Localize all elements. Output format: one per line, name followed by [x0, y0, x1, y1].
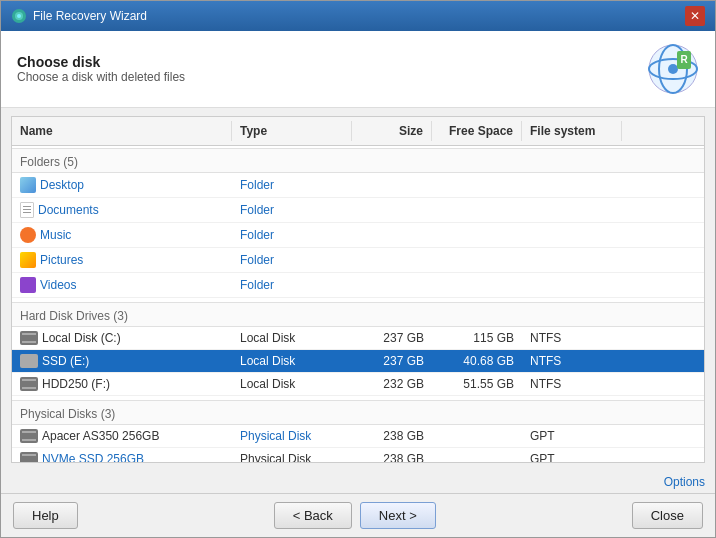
cell-size — [352, 248, 432, 272]
footer: Help < Back Next > Close — [1, 493, 715, 537]
cell-size: 237 GB — [352, 350, 432, 372]
cell-type: Folder — [232, 273, 352, 297]
cell-extra — [622, 350, 642, 372]
item-name-link[interactable]: NVMe SSD 256GB — [42, 452, 144, 462]
section-physical: Physical Disks (3) — [12, 400, 704, 425]
hdd-icon — [20, 354, 38, 368]
cell-extra — [622, 327, 642, 349]
svg-point-6 — [668, 64, 678, 74]
desktop-icon — [20, 177, 36, 193]
svg-text:R: R — [680, 54, 688, 65]
col-type: Type — [232, 121, 352, 141]
cell-free — [432, 198, 522, 222]
title-bar-left: File Recovery Wizard — [11, 8, 147, 24]
hdd-icon — [20, 429, 38, 443]
cell-free — [432, 273, 522, 297]
cell-free — [432, 223, 522, 247]
item-name-link[interactable]: Music — [40, 228, 71, 242]
section-folders: Folders (5) — [12, 148, 704, 173]
table-row[interactable]: HDD250 (F:) Local Disk 232 GB 51.55 GB N… — [12, 373, 704, 396]
cell-size: 238 GB — [352, 425, 432, 447]
cell-size: 238 GB — [352, 448, 432, 462]
table-row[interactable]: Local Disk (C:) Local Disk 237 GB 115 GB… — [12, 327, 704, 350]
cell-fs — [522, 173, 622, 197]
item-name-link[interactable]: Desktop — [40, 178, 84, 192]
cell-free: 115 GB — [432, 327, 522, 349]
docs-icon — [20, 202, 34, 218]
header-text: Choose disk Choose a disk with deleted f… — [17, 54, 185, 84]
cell-name: NVMe SSD 256GB — [12, 448, 232, 462]
item-name: Local Disk (C:) — [42, 331, 121, 345]
cell-type: Folder — [232, 173, 352, 197]
cell-fs — [522, 223, 622, 247]
cell-type: Physical Disk — [232, 448, 352, 462]
table-row[interactable]: Desktop Folder — [12, 173, 704, 198]
cell-fs: NTFS — [522, 327, 622, 349]
window: File Recovery Wizard ✕ Choose disk Choos… — [0, 0, 716, 538]
cell-extra — [622, 373, 642, 395]
cell-extra — [622, 273, 642, 297]
svg-point-2 — [17, 14, 21, 18]
window-title: File Recovery Wizard — [33, 9, 147, 23]
footer-center-buttons: < Back Next > — [274, 502, 436, 529]
hdd-icon — [20, 377, 38, 391]
videos-icon — [20, 277, 36, 293]
table-body: Folders (5) Desktop Folder Documents — [12, 146, 704, 462]
item-name: HDD250 (F:) — [42, 377, 110, 391]
pictures-icon — [20, 252, 36, 268]
cell-type: Local Disk — [232, 327, 352, 349]
cell-free — [432, 248, 522, 272]
cell-free: 40.68 GB — [432, 350, 522, 372]
item-name-link[interactable]: Videos — [40, 278, 76, 292]
cell-name: Documents — [12, 198, 232, 222]
table-row[interactable]: Documents Folder — [12, 198, 704, 223]
table-row[interactable]: Videos Folder — [12, 273, 704, 298]
cell-size — [352, 273, 432, 297]
cell-free: 51.55 GB — [432, 373, 522, 395]
cell-name: Apacer AS350 256GB — [12, 425, 232, 447]
item-name-link[interactable]: Pictures — [40, 253, 83, 267]
cell-name: SSD (E:) — [12, 350, 232, 372]
table-row[interactable]: Pictures Folder — [12, 248, 704, 273]
close-button[interactable]: ✕ — [685, 6, 705, 26]
table-row[interactable]: Music Folder — [12, 223, 704, 248]
cell-fs — [522, 248, 622, 272]
cell-size: 232 GB — [352, 373, 432, 395]
header: Choose disk Choose a disk with deleted f… — [1, 31, 715, 108]
cell-size — [352, 173, 432, 197]
item-name-link[interactable]: SSD (E:) — [42, 354, 89, 368]
cell-free — [432, 448, 522, 462]
cell-extra — [622, 198, 642, 222]
cell-fs — [522, 198, 622, 222]
cell-type: Folder — [232, 223, 352, 247]
close-dialog-button[interactable]: Close — [632, 502, 703, 529]
options-area: Options — [1, 471, 715, 493]
header-logo: R — [647, 43, 699, 95]
cell-size — [352, 198, 432, 222]
options-link[interactable]: Options — [664, 475, 705, 489]
cell-type: Local Disk — [232, 350, 352, 372]
section-hdd: Hard Disk Drives (3) — [12, 302, 704, 327]
cell-extra — [622, 448, 642, 462]
hdd-icon — [20, 331, 38, 345]
title-bar: File Recovery Wizard ✕ — [1, 1, 715, 31]
cell-type: Local Disk — [232, 373, 352, 395]
cell-name: Music — [12, 223, 232, 247]
table-row[interactable]: NVMe SSD 256GB Physical Disk 238 GB GPT — [12, 448, 704, 462]
cell-fs: NTFS — [522, 350, 622, 372]
table-row-selected[interactable]: SSD (E:) Local Disk 237 GB 40.68 GB NTFS — [12, 350, 704, 373]
cell-size — [352, 223, 432, 247]
next-button[interactable]: Next > — [360, 502, 436, 529]
col-freespace: Free Space — [432, 121, 522, 141]
cell-type: Folder — [232, 248, 352, 272]
cell-type: Folder — [232, 198, 352, 222]
app-icon — [11, 8, 27, 24]
cell-fs: NTFS — [522, 373, 622, 395]
help-button[interactable]: Help — [13, 502, 78, 529]
page-subtitle: Choose a disk with deleted files — [17, 70, 185, 84]
back-button[interactable]: < Back — [274, 502, 352, 529]
cell-fs: GPT — [522, 448, 622, 462]
item-name-link[interactable]: Documents — [38, 203, 99, 217]
col-name: Name — [12, 121, 232, 141]
table-row[interactable]: Apacer AS350 256GB Physical Disk 238 GB … — [12, 425, 704, 448]
